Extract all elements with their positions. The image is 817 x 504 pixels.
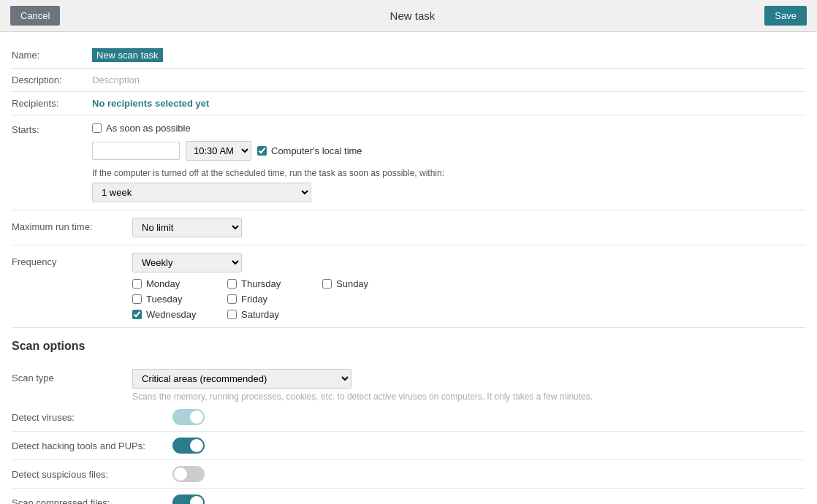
detect-suspicious-row: Detect suspicious files: <box>12 460 805 489</box>
frequency-label: Frequency <box>12 253 132 267</box>
frequency-select[interactable]: Daily Weekly Monthly <box>132 253 242 272</box>
max-run-time-label: Maximum run time: <box>12 218 132 232</box>
scan-compressed-toggle[interactable] <box>172 495 205 504</box>
toggle-rows-container: Detect viruses: Detect hacking tools and… <box>12 403 805 504</box>
detect-viruses-label: Detect viruses: <box>12 412 172 423</box>
day-monday-checkbox[interactable] <box>132 279 142 289</box>
day-saturday: Saturday <box>227 309 322 320</box>
max-run-time-row: Maximum run time: No limit 1 hour 2 hour… <box>12 210 805 245</box>
starts-section: Starts: As soon as possible 7/7/2021 10:… <box>12 115 805 210</box>
scan-type-select[interactable]: Critical areas (recommended) Full scan C… <box>132 369 352 389</box>
scan-compressed-label: Scan compressed files: <box>12 497 172 505</box>
day-thursday: Thursday <box>227 278 322 289</box>
date-input[interactable]: 7/7/2021 <box>92 142 180 160</box>
scan-options-title: Scan options <box>12 340 805 353</box>
detect-viruses-row: Detect viruses: <box>12 403 805 432</box>
scan-type-value: Critical areas (recommended) Full scan C… <box>132 369 805 402</box>
time-select[interactable]: 10:30 AM 11:00 AM 11:30 AM <box>186 141 251 161</box>
as-soon-as-possible-label: As soon as possible <box>106 123 191 134</box>
detect-viruses-toggle[interactable] <box>172 409 205 425</box>
as-soon-as-possible-checkbox[interactable] <box>92 123 102 133</box>
day-thursday-label: Thursday <box>241 278 281 289</box>
detect-suspicious-toggle[interactable] <box>172 466 205 482</box>
local-time-row: Computer's local time <box>257 145 362 156</box>
recipients-row: Recipients: No recipients selected yet <box>12 92 805 115</box>
starts-content: As soon as possible 7/7/2021 10:30 AM 11… <box>92 123 805 202</box>
day-friday-checkbox[interactable] <box>227 294 237 304</box>
recipients-label: Recipients: <box>12 98 92 109</box>
detect-hacking-toggle[interactable] <box>172 438 205 454</box>
content: Name: New scan task Description: Descrip… <box>0 32 817 504</box>
description-row: Description: Description <box>12 69 805 92</box>
scan-type-row: Scan type Critical areas (recommended) F… <box>12 362 805 403</box>
detect-hacking-label: Detect hacking tools and PUPs: <box>12 440 172 451</box>
detect-hacking-row: Detect hacking tools and PUPs: <box>12 432 805 460</box>
max-run-time-select[interactable]: No limit 1 hour 2 hours 4 hours <box>132 218 242 237</box>
name-value-container: New scan task <box>92 48 805 62</box>
description-value-container: Description <box>92 75 805 85</box>
day-friday: Friday <box>227 294 322 305</box>
day-sunday: Sunday <box>322 278 395 289</box>
frequency-row: Frequency Daily Weekly Monthly Monday Th… <box>12 245 805 328</box>
name-row: Name: New scan task <box>12 42 805 69</box>
scan-type-description: Scans the memory, running processes, coo… <box>132 392 805 402</box>
save-button[interactable]: Save <box>764 6 807 26</box>
day-wednesday-label: Wednesday <box>146 309 196 320</box>
page-title: New task <box>390 9 436 22</box>
day-tuesday-label: Tuesday <box>146 294 182 305</box>
day-monday-label: Monday <box>146 278 180 289</box>
as-soon-as-possible-row: As soon as possible <box>92 123 805 134</box>
local-time-label: Computer's local time <box>271 145 362 156</box>
name-field[interactable]: New scan task <box>92 48 163 62</box>
datetime-row: 7/7/2021 10:30 AM 11:00 AM 11:30 AM Comp… <box>92 141 805 161</box>
max-run-time-value: No limit 1 hour 2 hours 4 hours <box>132 218 805 237</box>
day-monday: Monday <box>132 278 227 289</box>
day-thursday-checkbox[interactable] <box>227 279 237 289</box>
day-wednesday: Wednesday <box>132 309 227 320</box>
day-friday-label: Friday <box>241 294 267 305</box>
days-grid: Monday Thursday Sunday Tuesday Friday <box>132 278 805 320</box>
day-sunday-label: Sunday <box>336 278 368 289</box>
recipients-value[interactable]: No recipients selected yet <box>92 98 209 109</box>
day-saturday-checkbox[interactable] <box>227 310 237 319</box>
scan-type-label: Scan type <box>12 369 132 383</box>
day-tuesday: Tuesday <box>132 294 227 305</box>
recipients-value-container: No recipients selected yet <box>92 98 805 109</box>
starts-label: Starts: <box>12 123 92 135</box>
offline-text: If the computer is turned off at the sch… <box>92 168 805 178</box>
description-label: Description: <box>12 75 92 85</box>
frequency-value: Daily Weekly Monthly Monday Thursday Sun… <box>132 253 805 320</box>
header: Cancel New task Save <box>0 0 817 32</box>
local-time-checkbox[interactable] <box>257 146 267 156</box>
scan-options-section: Scan options Scan type Critical areas (r… <box>12 328 805 504</box>
day-saturday-label: Saturday <box>241 309 279 320</box>
description-field[interactable]: Description <box>92 75 140 85</box>
day-tuesday-checkbox[interactable] <box>132 294 142 304</box>
name-label: Name: <box>12 50 92 61</box>
scan-compressed-row: Scan compressed files: <box>12 489 805 504</box>
cancel-button[interactable]: Cancel <box>10 6 60 26</box>
offline-select[interactable]: 1 week 1 day 2 days 3 days <box>92 183 311 202</box>
day-sunday-checkbox[interactable] <box>322 279 332 289</box>
detect-suspicious-label: Detect suspicious files: <box>12 469 172 480</box>
day-wednesday-checkbox[interactable] <box>132 310 142 319</box>
